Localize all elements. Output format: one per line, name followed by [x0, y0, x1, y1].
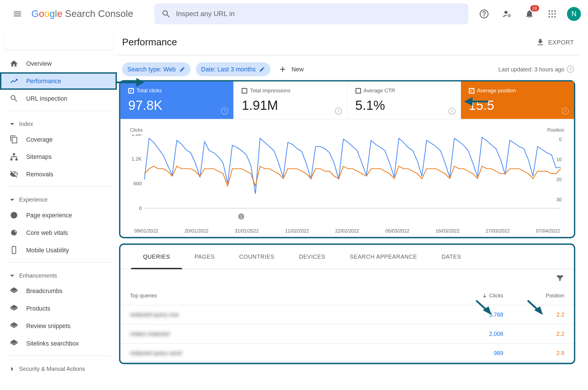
tab-dates[interactable]: DATES — [429, 245, 473, 269]
trending-icon — [9, 77, 18, 85]
svg-point-16 — [11, 212, 17, 219]
nav-mobile-usability[interactable]: Mobile Usability — [0, 241, 112, 259]
help-icon[interactable]: ? — [567, 66, 574, 73]
group-index[interactable]: Index — [0, 114, 117, 130]
svg-point-8 — [552, 13, 553, 15]
avatar[interactable]: N — [567, 7, 581, 21]
svg-rect-14 — [10, 159, 13, 160]
last-updated: Last updated: 3 hours ago? — [498, 66, 574, 73]
metric-total-clicks[interactable]: Total clicks 97.8K ? — [120, 81, 234, 119]
nav-breadcrumbs[interactable]: Breadcrumbs — [0, 282, 112, 300]
export-button[interactable]: EXPORT — [536, 38, 574, 46]
tab-countries[interactable]: COUNTRIES — [227, 245, 287, 269]
nav-review-snippets[interactable]: Review snippets — [0, 317, 112, 335]
nav-url-inspection[interactable]: URL inspection — [0, 90, 112, 107]
edit-icon — [179, 66, 185, 72]
checkbox-icon — [242, 88, 247, 93]
svg-point-1 — [484, 16, 484, 16]
nav-core-web-vitals[interactable]: Core web vitals — [0, 224, 112, 241]
checkbox-icon — [128, 88, 134, 93]
svg-point-3 — [508, 15, 510, 17]
metric-total-impressions[interactable]: Total impressions 1.91M ? — [234, 81, 347, 119]
notification-badge: 28 — [530, 5, 539, 11]
group-enhancements[interactable]: Enhancements — [0, 266, 117, 282]
group-experience[interactable]: Experience — [0, 190, 117, 206]
group-security[interactable]: Security & Manual Actions — [0, 359, 117, 375]
logo: Google Search Console — [31, 8, 133, 20]
layers-icon — [9, 339, 18, 348]
chevron-down-icon — [9, 197, 15, 202]
nav-page-experience[interactable]: Page experience — [0, 206, 112, 224]
svg-text:0: 0 — [139, 206, 142, 211]
help-icon[interactable]: ? — [221, 108, 228, 114]
visibility-off-icon — [9, 170, 18, 178]
checkbox-icon — [469, 88, 475, 93]
svg-point-6 — [554, 10, 556, 12]
edit-icon — [259, 66, 265, 72]
help-button[interactable] — [474, 3, 495, 24]
tab-queries[interactable]: QUERIES — [131, 245, 182, 269]
layers-icon — [9, 321, 18, 330]
nav-overview[interactable]: Overview — [0, 55, 112, 72]
circle-plus-icon — [9, 211, 18, 219]
svg-point-9 — [554, 13, 556, 15]
plus-icon — [278, 65, 287, 73]
svg-rect-13 — [13, 153, 15, 155]
svg-text:1.8K: 1.8K — [131, 134, 142, 137]
svg-rect-15 — [16, 159, 18, 160]
notifications-button[interactable]: 28 — [519, 3, 540, 24]
svg-point-4 — [548, 10, 550, 12]
search-input[interactable] — [176, 10, 461, 18]
svg-point-2 — [504, 11, 508, 14]
add-filter-button[interactable]: New — [276, 65, 306, 73]
svg-text:600: 600 — [134, 181, 142, 186]
chevron-right-icon — [9, 366, 15, 371]
nav-coverage[interactable]: Coverage — [0, 131, 112, 148]
metric-average-ctr[interactable]: Average CTR 5.1% ? — [347, 81, 461, 119]
col-header-clicks[interactable]: Clicks — [442, 293, 503, 299]
tab-devices[interactable]: DEVICES — [287, 245, 338, 269]
col-header-queries: Top queries — [130, 293, 442, 299]
table-row[interactable]: redact redacted2,0082.2 — [120, 325, 574, 344]
svg-point-5 — [552, 10, 553, 12]
layers-icon — [9, 304, 18, 313]
nav-removals[interactable]: Removals — [0, 165, 112, 183]
phone-icon — [9, 246, 18, 254]
nav-products[interactable]: Products — [0, 300, 112, 317]
sidebar: Overview Performance URL inspection Inde… — [0, 28, 117, 390]
chart-annotation[interactable]: 1 — [238, 213, 244, 219]
help-icon[interactable]: ? — [448, 108, 455, 114]
filter-search-type[interactable]: Search type: Web — [122, 62, 191, 76]
property-selector[interactable] — [3, 31, 113, 50]
tab-search-appearance[interactable]: SEARCH APPEARANCE — [338, 245, 430, 269]
page-title: Performance — [122, 37, 177, 48]
svg-point-11 — [552, 16, 553, 17]
layers-icon — [9, 287, 18, 295]
col-header-position[interactable]: Position — [503, 293, 564, 299]
svg-point-10 — [548, 16, 550, 17]
apps-button[interactable] — [542, 3, 563, 24]
home-icon — [9, 59, 18, 68]
sitemap-icon — [9, 153, 18, 161]
nav-sitemaps[interactable]: Sitemaps — [0, 148, 112, 165]
filter-date[interactable]: Date: Last 3 months — [196, 62, 270, 76]
svg-point-7 — [548, 13, 550, 15]
table-row[interactable]: redacted query one3,7682.2 — [120, 305, 574, 325]
help-icon[interactable]: ? — [335, 108, 342, 114]
filter-icon[interactable] — [556, 274, 564, 282]
nav-sitelinks-searchbox[interactable]: Sitelinks searchbox — [0, 335, 112, 352]
search-icon — [9, 94, 18, 103]
help-icon[interactable]: ? — [562, 108, 568, 114]
search-icon — [161, 9, 171, 19]
user-settings-button[interactable] — [496, 3, 517, 24]
metric-average-position[interactable]: Average position 15.5 ? — [461, 81, 574, 119]
url-inspect-search[interactable] — [154, 3, 468, 24]
menu-button[interactable] — [7, 3, 28, 24]
svg-point-12 — [554, 16, 556, 17]
table-row[interactable]: redacted query word9892.9 — [120, 344, 574, 363]
tab-pages[interactable]: PAGES — [182, 245, 227, 269]
nav-performance[interactable]: Performance — [0, 72, 117, 90]
svg-rect-17 — [12, 246, 16, 253]
gauge-icon — [9, 228, 18, 237]
performance-chart: ClicksPosition 1.8K1.2K6000 0102030 1 09… — [120, 119, 574, 237]
